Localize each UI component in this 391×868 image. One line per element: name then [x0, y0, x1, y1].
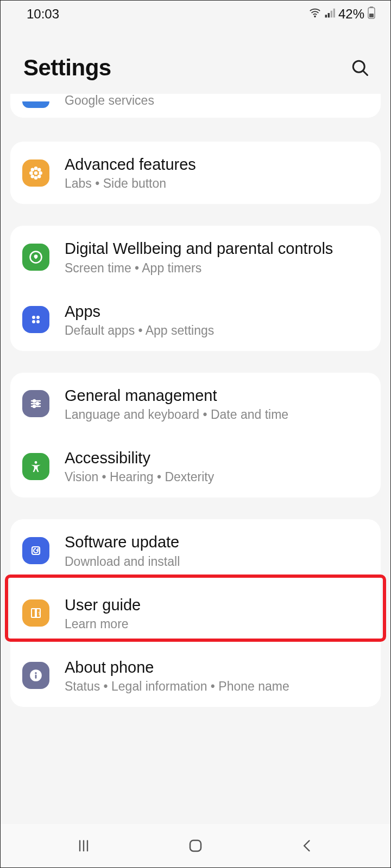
svg-point-0 — [314, 16, 316, 17]
settings-item-google[interactable]: Google services — [10, 94, 381, 118]
settings-item-label: User guide — [65, 595, 369, 615]
wifi-icon — [309, 7, 321, 22]
settings-item-accessibility[interactable]: Accessibility Vision • Hearing • Dexteri… — [10, 435, 381, 497]
header: Settings — [1, 28, 390, 94]
settings-item-digital-wellbeing[interactable]: Digital Wellbeing and parental controls … — [10, 226, 381, 288]
recents-button[interactable] — [67, 829, 100, 862]
svg-rect-31 — [35, 675, 37, 679]
settings-item-label: Digital Wellbeing and parental controls — [65, 239, 369, 258]
settings-item-sub: Google services — [65, 94, 154, 108]
svg-point-30 — [35, 672, 36, 674]
google-icon — [22, 101, 49, 108]
svg-rect-35 — [190, 840, 201, 851]
svg-point-16 — [32, 316, 35, 319]
svg-point-12 — [37, 168, 41, 171]
settings-item-sub: Labs • Side button — [65, 176, 369, 191]
svg-point-25 — [33, 405, 35, 407]
svg-point-6 — [34, 171, 38, 175]
status-right: 42% — [309, 6, 375, 22]
wellbeing-icon — [22, 244, 49, 271]
settings-item-label: General management — [65, 386, 369, 405]
flower-icon — [22, 159, 49, 187]
svg-point-21 — [33, 400, 35, 402]
svg-point-10 — [39, 171, 42, 175]
battery-icon — [368, 6, 375, 22]
settings-group-management: General management Language and keyboard… — [10, 373, 381, 498]
settings-item-advanced-features[interactable]: Advanced features Labs • Side button — [10, 142, 381, 204]
page-title: Settings — [23, 55, 111, 81]
signal-icon — [324, 7, 335, 22]
back-button[interactable] — [291, 829, 324, 862]
sliders-icon — [22, 390, 49, 417]
svg-rect-2 — [370, 7, 373, 8]
settings-group-advanced: Advanced features Labs • Side button — [10, 142, 381, 204]
svg-line-5 — [363, 71, 368, 75]
svg-point-7 — [34, 167, 38, 170]
settings-item-sub: Screen time • App timers — [65, 261, 369, 276]
apps-icon — [22, 306, 49, 333]
update-icon — [22, 537, 49, 564]
book-icon: ? — [22, 599, 49, 627]
settings-group-system: Software update Download and install ? U… — [10, 519, 381, 707]
search-icon — [350, 58, 370, 78]
home-icon — [187, 838, 204, 854]
svg-point-14 — [37, 175, 41, 178]
svg-point-9 — [29, 171, 33, 175]
svg-point-18 — [32, 320, 35, 323]
settings-item-general-management[interactable]: General management Language and keyboard… — [10, 373, 381, 435]
settings-item-label: Accessibility — [65, 448, 369, 468]
status-time: 10:03 — [27, 7, 59, 22]
settings-item-sub: Default apps • App settings — [65, 323, 369, 338]
settings-item-software-update[interactable]: Software update Download and install — [10, 519, 381, 582]
settings-item-sub: Vision • Hearing • Dexterity — [65, 470, 369, 484]
search-button[interactable] — [348, 56, 372, 80]
settings-item-sub: Learn more — [65, 617, 369, 631]
svg-point-17 — [36, 316, 40, 319]
settings-item-sub: Language and keyboard • Date and time — [65, 407, 369, 422]
settings-item-sub: Download and install — [65, 554, 369, 569]
settings-item-sub: Status • Legal information • Phone name — [65, 679, 369, 694]
back-icon — [300, 838, 315, 853]
settings-item-about-phone[interactable]: About phone Status • Legal information •… — [10, 644, 381, 707]
home-button[interactable] — [179, 829, 212, 862]
recents-icon — [76, 838, 91, 853]
settings-item-user-guide[interactable]: ? User guide Learn more — [10, 582, 381, 644]
settings-item-apps[interactable]: Apps Default apps • App settings — [10, 289, 381, 351]
svg-point-11 — [31, 168, 35, 171]
settings-item-label: Advanced features — [65, 155, 369, 174]
svg-point-13 — [31, 175, 35, 178]
settings-item-label: About phone — [65, 658, 369, 677]
settings-group-wellbeing: Digital Wellbeing and parental controls … — [10, 226, 381, 351]
settings-item-label: Software update — [65, 532, 369, 552]
settings-item-label: Apps — [65, 302, 369, 321]
info-icon — [22, 662, 49, 689]
settings-group-google: Google services — [10, 94, 381, 118]
svg-rect-3 — [369, 14, 374, 17]
svg-point-8 — [34, 176, 38, 180]
accessibility-icon — [22, 453, 49, 480]
svg-point-26 — [35, 461, 37, 464]
status-bar: 10:03 42% — [1, 1, 390, 28]
navigation-bar — [1, 824, 390, 867]
battery-text: 42% — [338, 7, 364, 22]
svg-text:?: ? — [38, 611, 41, 616]
svg-point-19 — [36, 320, 40, 323]
svg-point-23 — [36, 403, 39, 405]
